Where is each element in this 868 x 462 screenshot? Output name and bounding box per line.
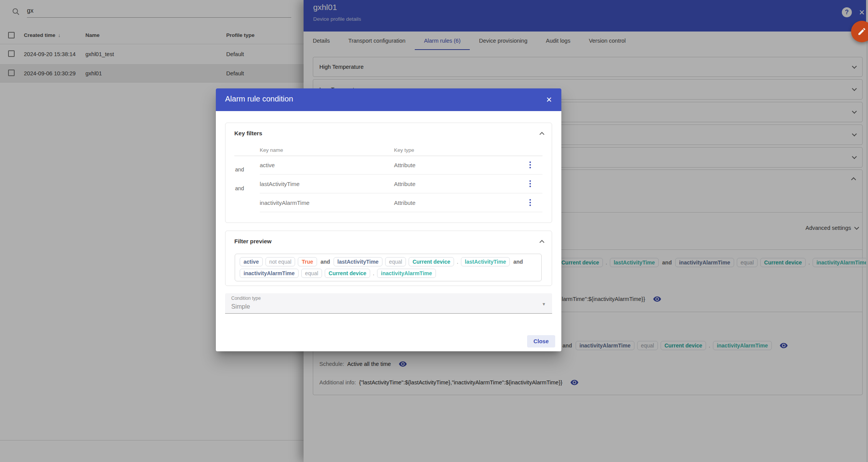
filter-chip-key: inactivityAlarmTime — [240, 269, 299, 278]
key-filters-table-header: Key name Key type — [260, 147, 542, 156]
chevron-up-icon[interactable] — [539, 240, 544, 245]
more-vert-icon[interactable] — [529, 161, 531, 168]
filter-chip-key: active — [240, 257, 263, 266]
key-filter-row: inactivityAlarmTime Attribute — [260, 193, 542, 212]
dialog-header: Alarm rule condition ✕ — [216, 88, 561, 111]
key-name: lastActivityTime — [260, 181, 300, 187]
key-filters-title: Key filters — [234, 130, 262, 136]
condition-type-select[interactable]: Condition type Simple ▼ — [225, 293, 552, 314]
more-vert-icon[interactable] — [529, 180, 531, 187]
key-name: active — [260, 162, 275, 168]
filter-chip-dot: . — [373, 270, 374, 277]
filter-chip-attr: lastActivityTime — [461, 257, 510, 266]
chevron-up-icon[interactable] — [539, 132, 544, 137]
filter-chip-op: equal — [301, 269, 322, 278]
joiner-label: and — [235, 166, 244, 173]
key-filter-row: lastActivityTime Attribute — [260, 174, 542, 193]
key-filter-row: active Attribute — [260, 156, 542, 174]
joiner-label: and — [235, 185, 244, 191]
key-filters-section: Key filters Key name Key type active Att… — [225, 123, 552, 223]
filter-preview-box: activenot equalTrueandlastActivityTimeeq… — [235, 254, 542, 281]
filter-chip-entity: Current device — [409, 257, 454, 266]
filter-preview-section: Filter preview activenot equalTrueandlas… — [225, 231, 552, 286]
filter-chip-entity: Current device — [325, 269, 370, 278]
key-name: inactivityAlarmTime — [260, 199, 309, 206]
column-key-type: Key type — [394, 147, 414, 153]
filter-chip-op: not equal — [265, 257, 295, 266]
alarm-rule-condition-dialog: Alarm rule condition ✕ Key filters Key n… — [216, 88, 561, 351]
more-vert-icon[interactable] — [529, 199, 531, 206]
screen: Created time↓ Name Profile type 2024-09-… — [0, 0, 868, 462]
condition-type-label: Condition type — [231, 296, 261, 301]
filter-chip-join: and — [512, 258, 524, 265]
filter-preview-title: Filter preview — [234, 238, 272, 244]
dialog-title: Alarm rule condition — [225, 95, 293, 103]
key-type: Attribute — [394, 181, 416, 187]
close-button[interactable]: Close — [527, 335, 556, 347]
column-key-name: Key name — [260, 147, 283, 156]
filter-chip-op: equal — [385, 257, 406, 266]
filter-chip-dot: . — [457, 258, 458, 265]
filter-chip-key: lastActivityTime — [334, 257, 382, 266]
filter-chip-attr: inactivityAlarmTime — [377, 269, 436, 278]
dropdown-caret-icon: ▼ — [542, 302, 546, 306]
dialog-close-icon[interactable]: ✕ — [544, 95, 554, 104]
filter-chip-bool: True — [298, 257, 317, 266]
key-filters-table: active Attribute lastActivityTime Attrib… — [260, 156, 542, 212]
key-type: Attribute — [394, 162, 416, 168]
pencil-icon — [857, 27, 866, 36]
condition-type-value: Simple — [231, 303, 250, 310]
filter-chip-join: and — [320, 258, 331, 265]
key-type: Attribute — [394, 199, 416, 206]
